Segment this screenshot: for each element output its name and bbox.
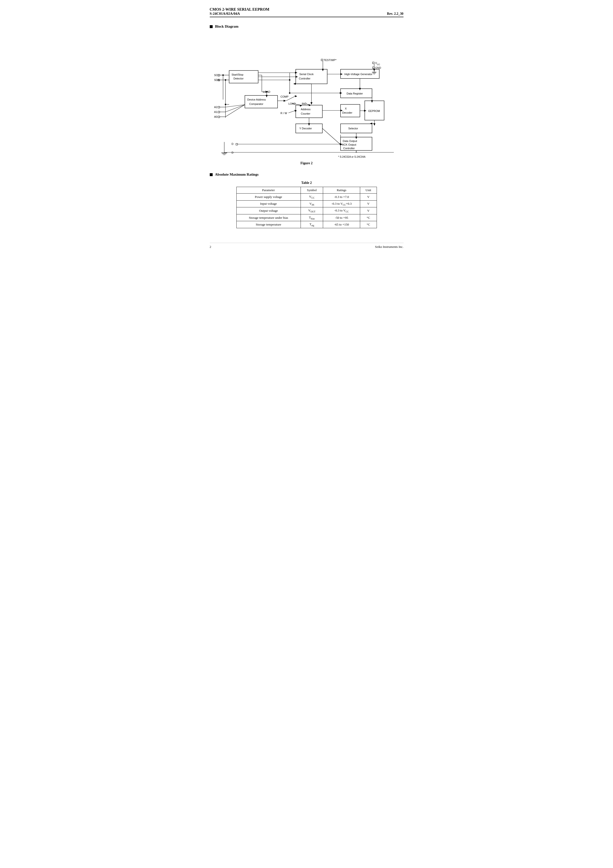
param-output-voltage: Output voltage bbox=[236, 208, 300, 214]
page-footer: 2 Seiko Instruments Inc. bbox=[210, 243, 404, 249]
svg-rect-12 bbox=[296, 69, 327, 84]
ack-output-label: ACK Output bbox=[342, 143, 356, 146]
rating-vout: -0.3 to VCC bbox=[323, 208, 360, 214]
device-addr-label2: Comparator bbox=[249, 102, 263, 105]
col-ratings: Ratings bbox=[323, 187, 360, 194]
table-row: Output voltage VOUT -0.3 to VCC V bbox=[236, 208, 377, 214]
svg-marker-41 bbox=[355, 136, 357, 139]
block-diagram-svg: SCL SDA Start/Stop Detector Serial Clock… bbox=[210, 33, 408, 159]
svg-marker-52 bbox=[295, 95, 297, 97]
controller2-label: Controller bbox=[343, 147, 355, 150]
param-storage-bias: Storage temperature under bias bbox=[236, 214, 300, 221]
rating-vin: -0.3 to VCC+0.3 bbox=[323, 200, 360, 208]
table-row: Storage temperature Tstg -65 to +150 °C bbox=[236, 221, 377, 228]
svg-rect-57 bbox=[218, 116, 220, 118]
din-label: D bbox=[232, 143, 234, 145]
svg-marker-31 bbox=[359, 88, 361, 90]
ratings-table: Parameter Symbol Ratings Unit Power supp… bbox=[236, 187, 377, 228]
svg-marker-38 bbox=[370, 122, 372, 124]
unit-c1: °C bbox=[360, 214, 377, 221]
svg-point-63 bbox=[225, 104, 226, 105]
svg-marker-72 bbox=[311, 102, 313, 105]
abs-max-section-title: Absolute Maximum Ratings bbox=[210, 172, 404, 177]
device-addr-label1: Device Address bbox=[247, 98, 266, 101]
sym-tstg: Tstg bbox=[300, 221, 323, 228]
sym-vout: VOUT bbox=[300, 208, 323, 214]
svg-marker-85 bbox=[371, 100, 373, 103]
inc-label: INC bbox=[302, 102, 306, 105]
svg-point-11 bbox=[222, 74, 224, 76]
param-storage-temp: Storage temperature bbox=[236, 221, 300, 228]
header-rev: Rev. 2.2_30 bbox=[387, 12, 403, 16]
param-input-voltage: Input voltage bbox=[236, 200, 300, 208]
col-unit: Unit bbox=[360, 187, 377, 194]
unit-c2: °C bbox=[360, 221, 377, 228]
svg-marker-77 bbox=[308, 123, 310, 126]
a2-label: A2 bbox=[214, 105, 217, 108]
rating-tbias: -50 to +95 bbox=[323, 214, 360, 221]
param-power-supply: Power supply voltage bbox=[236, 194, 300, 201]
dout-label: D bbox=[232, 151, 234, 154]
bullet-icon-2 bbox=[210, 173, 213, 176]
x-decoder-label2: Decoder bbox=[342, 111, 352, 114]
footnote-text: * S-24C02A or S-24C04A bbox=[338, 155, 365, 158]
svg-marker-74 bbox=[293, 83, 296, 85]
table-row: Input voltage VIN -0.3 to VCC+0.3 V bbox=[236, 200, 377, 208]
a1-label: A1 bbox=[214, 110, 217, 113]
address-counter-label1: Address bbox=[301, 108, 311, 111]
svg-line-69 bbox=[288, 110, 296, 113]
col-symbol: Symbol bbox=[300, 187, 323, 194]
load-label2: LOAD bbox=[288, 102, 296, 105]
data-output-label: Data Output bbox=[343, 140, 357, 143]
unit-v3: V bbox=[360, 208, 377, 214]
svg-point-10 bbox=[225, 79, 226, 81]
rating-vcc: -0.3 to +7.0 bbox=[323, 194, 360, 201]
selector-label: Selector bbox=[348, 127, 358, 130]
svg-marker-44 bbox=[266, 95, 268, 98]
svg-marker-83 bbox=[364, 110, 367, 112]
vcc-label: VCC bbox=[375, 62, 380, 66]
page-number: 2 bbox=[210, 245, 211, 249]
svg-rect-26 bbox=[321, 59, 323, 61]
company-name: Seiko Instruments Inc. bbox=[375, 245, 403, 249]
svg-rect-42 bbox=[245, 95, 277, 108]
eeprom-label: EEPROM bbox=[368, 110, 380, 112]
address-counter-label2: Counter bbox=[301, 112, 310, 115]
start-stop-label: Start/Stop bbox=[232, 73, 243, 76]
table-row: Storage temperature under bias Tbias -50… bbox=[236, 214, 377, 221]
block-diagram-section-title: Block Diagram bbox=[210, 25, 404, 29]
x-decoder-label1: X bbox=[345, 107, 347, 110]
svg-marker-14 bbox=[296, 76, 298, 78]
sym-tbias: Tbias bbox=[300, 214, 323, 221]
sym-vin: VIN bbox=[300, 200, 323, 208]
svg-rect-55 bbox=[218, 111, 220, 113]
unit-v1: V bbox=[360, 194, 377, 201]
data-register-label: Data Register bbox=[347, 92, 363, 95]
bullet-icon bbox=[210, 25, 213, 28]
gnd-label: GND bbox=[375, 67, 381, 69]
svg-marker-104 bbox=[340, 92, 342, 94]
svg-rect-18 bbox=[373, 62, 374, 64]
table-row: Power supply voltage VCC -0.3 to +7.0 V bbox=[236, 194, 377, 201]
svg-marker-28 bbox=[322, 69, 324, 71]
col-parameter: Parameter bbox=[236, 187, 300, 194]
sym-vcc: VCC bbox=[300, 194, 323, 201]
rating-tstg: -65 to +150 bbox=[323, 221, 360, 228]
rw-label: R / W bbox=[280, 112, 287, 115]
table-label: Table 2 bbox=[210, 181, 404, 185]
svg-rect-64 bbox=[296, 105, 322, 118]
y-decoder-label: Y Decoder bbox=[299, 127, 312, 130]
svg-rect-21 bbox=[373, 67, 374, 68]
detector-label: Detector bbox=[234, 77, 244, 80]
test-wp-label: TEST/WP* bbox=[324, 59, 337, 62]
serial-clock-label1: Serial Clock bbox=[299, 73, 314, 76]
header-title-line2: S-24C01A/02A/04A bbox=[210, 12, 269, 16]
svg-marker-17 bbox=[340, 73, 343, 75]
svg-rect-86 bbox=[236, 143, 238, 145]
svg-marker-99 bbox=[295, 72, 297, 74]
unit-v2: V bbox=[360, 200, 377, 208]
high-voltage-label: High-Voltage Generator bbox=[344, 73, 373, 76]
svg-rect-32 bbox=[341, 104, 360, 117]
svg-marker-50 bbox=[283, 100, 286, 102]
svg-rect-53 bbox=[218, 106, 220, 108]
